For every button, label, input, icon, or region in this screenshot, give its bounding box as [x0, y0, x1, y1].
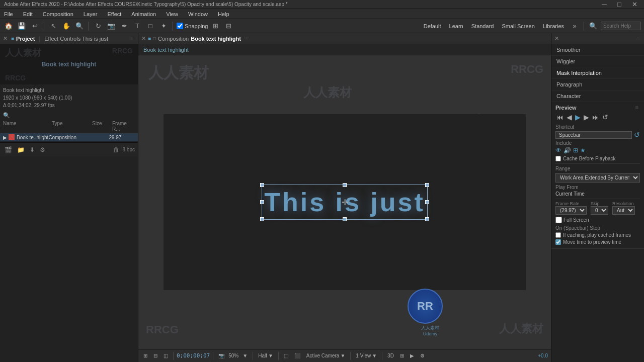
delete-btn[interactable]: 🗑 — [112, 146, 121, 154]
character-item[interactable]: Character — [551, 90, 644, 102]
camera-tool[interactable]: 📷 — [106, 21, 117, 32]
workspace-libraries[interactable]: Libraries — [540, 23, 567, 29]
inc-audio-icon[interactable]: 🔊 — [564, 147, 571, 154]
shape-tool[interactable]: □ — [145, 21, 156, 32]
comp-close-icon[interactable]: ✕ — [141, 35, 146, 42]
cache-checkbox[interactable] — [555, 156, 561, 161]
project-list-item[interactable]: ▶ Book te..hlight Composition 29.97 — [0, 133, 138, 141]
workspace-standard[interactable]: Standard — [468, 23, 497, 29]
import-btn[interactable]: ⬇ — [28, 146, 36, 154]
handle-br[interactable] — [425, 217, 429, 221]
vt-zoom-dropdown[interactable]: ▼ — [240, 352, 250, 359]
zoom-tool[interactable]: 🔍 — [74, 21, 85, 32]
menu-layer[interactable]: Layer — [82, 10, 100, 18]
menu-composition[interactable]: Composition — [41, 10, 75, 18]
handle-tl[interactable] — [260, 183, 264, 187]
vt-camera-btn[interactable]: 📷 — [216, 352, 226, 359]
new-comp-btn[interactable]: 🎬 — [3, 146, 14, 154]
res-select[interactable]: Auto — [612, 206, 635, 215]
skip-select[interactable]: 0 — [591, 206, 608, 215]
cache-frames-checkbox[interactable] — [555, 232, 561, 238]
save-button[interactable]: 💾 — [16, 21, 27, 32]
full-screen-checkbox[interactable] — [555, 217, 562, 223]
close-button[interactable]: ✕ — [629, 0, 640, 10]
project-close-icon[interactable]: ✕ — [3, 35, 8, 42]
comp-tab-label[interactable]: Composition — [158, 36, 189, 42]
comp-menu-icon[interactable]: ≡ — [245, 36, 248, 42]
mask-interpolation-item[interactable]: Mask Interpolation — [551, 67, 644, 79]
home-button[interactable]: 🏠 — [3, 21, 14, 32]
paragraph-item[interactable]: Paragraph — [551, 79, 644, 90]
inc-video-icon[interactable]: 👁 — [555, 147, 561, 154]
search-help-input[interactable] — [601, 22, 641, 30]
minimize-button[interactable]: ─ — [599, 0, 610, 10]
range-dropdown[interactable]: Work Area Extended By Current... — [555, 173, 640, 183]
select-tool[interactable]: ↖ — [48, 21, 59, 32]
snap-btn2[interactable]: ⊟ — [223, 21, 234, 32]
menu-help[interactable]: Help — [216, 10, 231, 18]
vt-settings-btn[interactable]: ⚙ — [418, 352, 427, 359]
menu-animation[interactable]: Animation — [129, 10, 158, 18]
new-folder-btn[interactable]: 📁 — [16, 146, 26, 154]
vt-transparency-btn[interactable]: ⬛ — [292, 352, 302, 359]
handle-bc[interactable] — [343, 217, 347, 221]
vt-safe-btn[interactable]: ◫ — [162, 352, 170, 359]
right-panel-options[interactable]: ≡ — [635, 35, 641, 42]
shortcut-reset-btn[interactable]: ↺ — [634, 131, 640, 139]
project-settings-btn[interactable]: ⚙ — [38, 146, 47, 154]
right-panel-scroll[interactable]: Smoother Wiggler Mask Interpolation Para… — [551, 44, 644, 362]
rotate-tool[interactable]: ↻ — [93, 21, 104, 32]
panel-options-btn[interactable]: ≡ — [129, 35, 135, 42]
inc-overlay-icon[interactable]: ⊞ — [573, 147, 578, 154]
snap-btn1[interactable]: ⊞ — [210, 21, 221, 32]
preview-menu-btn[interactable]: ≡ — [634, 104, 640, 111]
vt-render-btn[interactable]: ▶ — [408, 352, 416, 359]
vt-grid-btn[interactable]: ⊟ — [151, 352, 159, 359]
pen-tool[interactable]: ✒ — [119, 21, 130, 32]
menu-window[interactable]: Window — [186, 10, 210, 18]
workspace-more[interactable]: » — [569, 21, 580, 32]
undo-button[interactable]: ↩ — [29, 21, 40, 32]
handle-mr[interactable] — [425, 200, 429, 204]
search-help-icon[interactable]: 🔍 — [588, 21, 599, 32]
smoother-item[interactable]: Smoother — [551, 44, 644, 56]
project-tab[interactable]: Project — [16, 36, 35, 42]
vt-3d-btn[interactable]: 3D — [385, 352, 396, 359]
menu-effect[interactable]: Effect — [105, 10, 123, 18]
puppet-tool[interactable]: ✦ — [158, 21, 169, 32]
comp-tab-name[interactable]: Book text highlight — [191, 36, 241, 42]
menu-file[interactable]: File — [2, 10, 15, 18]
loop-btn[interactable]: ↺ — [601, 113, 609, 121]
text-tool[interactable]: T — [132, 21, 143, 32]
workspace-default[interactable]: Default — [421, 23, 444, 29]
maximize-button[interactable]: □ — [614, 0, 625, 10]
handle-bl[interactable] — [260, 217, 264, 221]
handle-tc[interactable] — [343, 183, 347, 187]
vt-active-camera[interactable]: Active Camera ▼ — [304, 352, 347, 359]
last-frame-btn[interactable]: ⏭ — [591, 113, 600, 121]
hand-tool[interactable]: ✋ — [61, 21, 72, 32]
vt-resolution-btn[interactable]: Half ▼ — [256, 352, 275, 359]
vt-view-btn[interactable]: 1 View ▼ — [354, 352, 379, 359]
first-frame-btn[interactable]: ⏮ — [555, 113, 565, 121]
prev-frame-btn[interactable]: ◀ — [566, 113, 573, 121]
next-frame-btn[interactable]: ▶ — [583, 113, 590, 121]
shortcut-input[interactable] — [555, 131, 632, 139]
menu-edit[interactable]: Edit — [21, 10, 35, 18]
handle-ml[interactable] — [260, 200, 264, 204]
effect-controls-tab[interactable]: Effect Controls This is just — [44, 36, 108, 42]
play-btn[interactable]: ▶ — [574, 113, 582, 121]
inc-effects-icon[interactable]: ★ — [580, 147, 586, 154]
comp-viewer[interactable]: 人人素材 RRCG RRCG 人人素材 人人素材 RRCG RRCG 人人素材 … — [138, 55, 551, 349]
workspace-smallscreen[interactable]: Small Screen — [499, 23, 537, 29]
vt-snap-btn[interactable]: ⊞ — [141, 352, 149, 359]
wiggler-item[interactable]: Wiggler — [551, 56, 644, 67]
handle-tr[interactable] — [425, 183, 429, 187]
vt-region-btn[interactable]: ⬚ — [282, 352, 290, 359]
fps-select[interactable]: (29.97) — [555, 206, 587, 215]
menu-view[interactable]: View — [164, 10, 180, 18]
snapping-checkbox[interactable] — [177, 23, 183, 29]
right-panel-close[interactable]: ✕ — [554, 35, 559, 42]
breadcrumb-text[interactable]: Book text highlight — [143, 47, 189, 53]
vt-layers-btn[interactable]: ⊞ — [398, 352, 406, 359]
